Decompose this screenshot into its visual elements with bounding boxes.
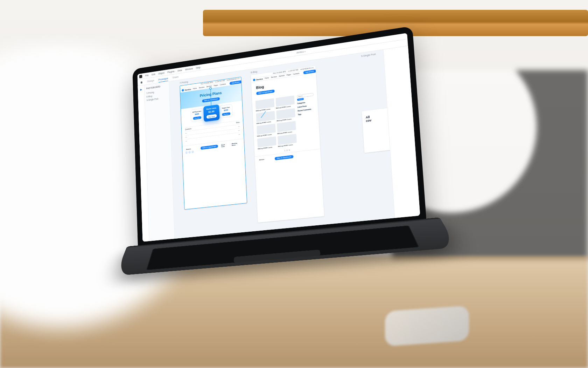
play-icon[interactable]: ▶: [140, 88, 142, 91]
mode-design[interactable]: Design: [147, 78, 154, 84]
post-card[interactable]: WikiLog STORY: Lorem: [257, 136, 276, 150]
blog-body: WikiLog STORY: Lorem WikiLog STORY: Lore…: [252, 90, 320, 152]
artboard-label[interactable]: 9-Single Post: [361, 53, 376, 57]
faq-header: Questions: [185, 128, 191, 130]
menu-plugins[interactable]: Plugins: [167, 70, 174, 73]
footer-cta-button[interactable]: Make an Appointment: [201, 145, 218, 150]
post-card[interactable]: WikiLog STORY: Lorem: [255, 98, 274, 111]
plan-name: All Physicians: [192, 110, 202, 113]
sidebar-heading: Recent Comments: [298, 108, 314, 112]
post-thumb: [257, 136, 276, 147]
canvas[interactable]: 7-Pricing Mon–Fri 8AM–8PM +1 234 567 890…: [169, 50, 394, 239]
nav-item[interactable]: Pages: [287, 74, 291, 76]
logo-icon: [253, 79, 255, 81]
nav-item[interactable]: Home: [193, 87, 197, 89]
nav-item[interactable]: Home: [265, 77, 269, 79]
nav-item[interactable]: Dentists: [206, 85, 212, 88]
document-title: dentico: [296, 50, 304, 54]
page-number[interactable]: 3: [289, 149, 290, 151]
sidebar-heading: Latest Posts: [298, 104, 314, 108]
social-icon[interactable]: [191, 151, 194, 153]
post-card[interactable]: WikiLog STORY: Lorem: [257, 124, 276, 137]
footer-col-header: Quick Links: [221, 143, 229, 148]
artboard-pricing[interactable]: Mon–Fri 8AM–8PM +1 234 567 890 contact@d…: [180, 77, 247, 210]
search-input[interactable]: [297, 93, 314, 98]
social-icons: [185, 150, 197, 154]
nav-item[interactable]: Contacts: [293, 73, 299, 75]
nav-item[interactable]: Services: [271, 76, 277, 78]
app-icon: [139, 75, 142, 78]
price-card[interactable]: Urgent Care $250 Buy Now: [219, 104, 233, 118]
page-number[interactable]: 2: [287, 150, 288, 151]
footer-brand: Dentico: [258, 158, 272, 161]
sidebar-search: Search: [297, 93, 314, 101]
laptop: File Edit Object Plugins View Window Hel…: [132, 26, 432, 323]
price-card[interactable]: All Physicians $900 Buy Now: [190, 108, 203, 122]
post-card[interactable]: WikiLog STORY: Lorem: [275, 95, 295, 109]
menu-window[interactable]: Window: [185, 67, 193, 71]
price-card-featured[interactable]: Doctor visits $1.00 Buy Now: [203, 104, 220, 122]
menu-edit[interactable]: Edit: [152, 73, 155, 76]
footer-cta-button[interactable]: Make an Appointment: [275, 155, 293, 160]
logo-icon: [182, 89, 184, 91]
nav-item[interactable]: Pages: [214, 84, 218, 87]
plan-price: $1.00: [208, 110, 214, 113]
social-icon[interactable]: [185, 151, 187, 154]
menu-object[interactable]: Object: [158, 72, 164, 75]
chevron-down-icon[interactable]: ▾: [304, 50, 306, 53]
post-card[interactable]: WikiLog STORY: Lorem: [276, 108, 295, 122]
app-window: File Edit Object Plugins View Window Hel…: [137, 33, 420, 242]
artboard-blog[interactable]: Mon–Fri 8AM–8PM +1 234 567 890 contact@d…: [251, 66, 324, 223]
search-button[interactable]: Search: [297, 98, 304, 101]
buy-button[interactable]: Buy Now: [193, 116, 202, 120]
nav-item[interactable]: Contacts: [220, 83, 226, 86]
mode-prototype[interactable]: Prototype: [158, 76, 168, 82]
nav-item[interactable]: Services: [199, 86, 205, 89]
artboard-label[interactable]: 7-Pricing: [180, 81, 188, 84]
footer-brand: Dentico: [185, 147, 197, 150]
artboard-label[interactable]: 8-Blog: [251, 70, 257, 74]
post-card[interactable]: WikiLog STORY: Lorem: [256, 111, 275, 124]
home-icon[interactable]: [140, 81, 143, 84]
plan-price: $250: [224, 109, 228, 111]
footer-col-header: Working Hours: [232, 142, 241, 146]
plan-name: Doctor visits: [206, 107, 216, 110]
mode-share[interactable]: Share: [172, 74, 178, 80]
faq-price-header: Price: [236, 122, 240, 124]
buy-button[interactable]: Buy Now: [222, 112, 230, 116]
page-number[interactable]: 1: [285, 150, 286, 152]
background-phone: [385, 306, 469, 347]
nav-item[interactable]: Dentists: [279, 75, 285, 77]
post-card[interactable]: WikiLog STORY: Lorem: [278, 134, 297, 147]
sidebar-heading: Categories: [297, 101, 314, 104]
sidebar-heading: Tags: [298, 112, 315, 116]
post-thumb: [278, 134, 297, 145]
menu-help[interactable]: Help: [196, 66, 201, 69]
buy-button[interactable]: Buy Now: [206, 114, 217, 118]
blog-sidebar: Search Categories Latest Posts Recent Co…: [297, 93, 316, 145]
menu-view[interactable]: View: [177, 69, 182, 72]
social-icon[interactable]: [188, 151, 190, 154]
post-grid: WikiLog STORY: Lorem WikiLog STORY: Lore…: [255, 95, 297, 150]
plan-price: $900: [195, 113, 199, 115]
post-card[interactable]: WikiLog STORY: Lorem: [277, 121, 296, 135]
plan-name: Urgent Care: [222, 106, 230, 109]
menu-file[interactable]: File: [145, 74, 149, 77]
